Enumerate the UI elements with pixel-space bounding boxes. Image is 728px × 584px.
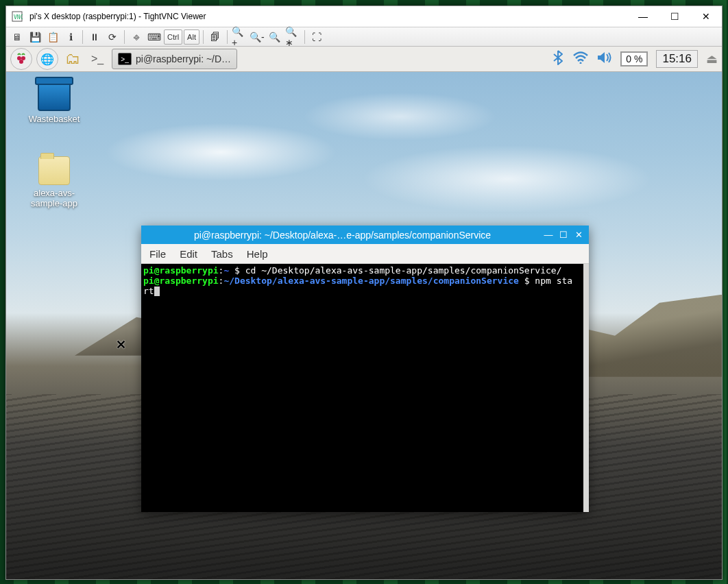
- refresh-icon[interactable]: ⟳: [104, 29, 121, 45]
- zoom-in-icon[interactable]: 🔍+: [231, 29, 247, 45]
- file-manager-button[interactable]: 🗂: [62, 49, 83, 69]
- remote-screen[interactable]: 🌐 🗂 >_ >_ pi@raspberrypi: ~/D…: [6, 47, 722, 579]
- wifi-icon[interactable]: [572, 51, 589, 67]
- zoom-100-icon[interactable]: 🔍: [267, 29, 283, 45]
- terminal-line: pi@raspberrypi:~/Desktop/alexa-avs-sampl…: [143, 276, 581, 286]
- trash-icon: [38, 81, 71, 111]
- globe-icon: 🌐: [40, 53, 54, 66]
- command-text: rt: [143, 286, 154, 296]
- remote-cursor-icon: ✕: [116, 337, 126, 352]
- toolbar-separator: [227, 30, 228, 44]
- toolbar-separator: [304, 30, 305, 44]
- pi-menu-button[interactable]: [10, 48, 32, 70]
- svg-point-3: [21, 56, 25, 60]
- vnc-window: VNC pi's X desktop (raspberrypi:1) - Tig…: [5, 5, 723, 580]
- system-tray: 0 % 15:16 ⏏: [552, 50, 718, 69]
- terminal-titlebar[interactable]: pi@raspberrypi: ~/Desktop/alexa-…e-app/s…: [141, 226, 589, 244]
- minimize-button[interactable]: —: [627, 6, 659, 27]
- command-text: cd ~/Desktop/alexa-avs-sample-app/sample…: [240, 265, 562, 276]
- window-controls: — ☐ ✕: [627, 6, 722, 27]
- options-icon[interactable]: 📋: [45, 29, 61, 45]
- close-button[interactable]: ✕: [690, 6, 722, 27]
- eject-icon[interactable]: ⏏: [706, 51, 718, 66]
- command-text: npm sta: [530, 276, 573, 286]
- desktop-icon-folder-alexa[interactable]: alexa-avs- sample-app: [27, 156, 82, 208]
- svg-point-2: [17, 56, 21, 60]
- terminal-title-text: pi@raspberrypi: ~/Desktop/alexa-…e-app/s…: [145, 230, 539, 241]
- prompt-path: ~/Desktop/alexa-avs-sample-app/samples/c…: [223, 276, 518, 286]
- cpu-usage-indicator[interactable]: 0 %: [620, 51, 648, 66]
- terminal-minimize-button[interactable]: —: [542, 229, 555, 241]
- zoom-auto-icon[interactable]: 🔍∗: [284, 29, 301, 45]
- taskbar-item-terminal[interactable]: >_ pi@raspberrypi: ~/D…: [112, 49, 237, 69]
- desktop-icon-label: alexa-avs- sample-app: [27, 188, 82, 208]
- desktop-icon-label: Wastebasket: [27, 114, 82, 124]
- fullscreen-icon[interactable]: ⛶: [308, 29, 325, 45]
- volume-icon[interactable]: [597, 51, 612, 67]
- clock[interactable]: 15:16: [656, 50, 698, 68]
- terminal-line: rt: [143, 286, 581, 296]
- file-transfer-icon[interactable]: 🗐: [207, 29, 223, 45]
- send-keys-icon[interactable]: ⌨: [146, 29, 162, 45]
- connection-info-icon[interactable]: ℹ: [62, 29, 79, 45]
- prompt-user: pi@raspberrypi: [143, 265, 219, 276]
- terminal-icon: >_: [91, 53, 104, 65]
- save-icon[interactable]: 💾: [27, 29, 43, 45]
- raspberry-icon: [14, 52, 28, 66]
- vnc-titlebar[interactable]: VNC pi's X desktop (raspberrypi:1) - Tig…: [6, 6, 722, 27]
- alt-key-toggle[interactable]: Alt: [184, 29, 199, 45]
- ctrl-key-toggle[interactable]: Ctrl: [164, 29, 182, 45]
- terminal-launcher-button[interactable]: >_: [87, 49, 108, 69]
- terminal-output[interactable]: pi@raspberrypi:~ $ cd ~/Desktop/alexa-av…: [141, 264, 589, 512]
- vnc-toolbar: 🖥 💾 📋 ℹ ⏸ ⟳ ⎆ ⌨ Ctrl Alt 🗐 🔍+ 🔍- 🔍 🔍∗ ⛶: [6, 27, 722, 47]
- menu-tabs[interactable]: Tabs: [206, 246, 239, 262]
- terminal-line: pi@raspberrypi:~ $ cd ~/Desktop/alexa-av…: [143, 265, 581, 276]
- prompt-user: pi@raspberrypi: [143, 276, 219, 286]
- terminal-window[interactable]: pi@raspberrypi: ~/Desktop/alexa-…e-app/s…: [141, 226, 589, 512]
- toolbar-separator: [203, 30, 204, 44]
- menu-edit[interactable]: Edit: [174, 246, 203, 262]
- desktop-icon-wastebasket[interactable]: Wastebasket: [27, 81, 82, 124]
- terminal-close-button[interactable]: ✕: [572, 229, 585, 241]
- folder-icon: [38, 156, 70, 185]
- menu-file[interactable]: File: [144, 246, 171, 262]
- vnc-title-text: pi's X desktop (raspberrypi:1) - TightVN…: [28, 12, 627, 21]
- pause-icon[interactable]: ⏸: [86, 29, 103, 45]
- folders-icon: 🗂: [65, 50, 80, 68]
- svg-text:VNC: VNC: [14, 14, 23, 21]
- terminal-icon: >_: [118, 53, 132, 65]
- svg-point-5: [580, 62, 582, 64]
- toolbar-separator: [82, 30, 83, 44]
- toolbar-separator: [124, 30, 125, 44]
- new-connection-icon[interactable]: 🖥: [9, 29, 25, 45]
- svg-point-4: [19, 60, 23, 64]
- taskbar-item-label: pi@raspberrypi: ~/D…: [136, 53, 231, 64]
- pi-taskbar: 🌐 🗂 >_ >_ pi@raspberrypi: ~/D…: [6, 47, 722, 72]
- maximize-button[interactable]: ☐: [659, 6, 690, 27]
- terminal-maximize-button[interactable]: ☐: [557, 229, 570, 241]
- menu-help[interactable]: Help: [241, 246, 274, 262]
- ctrl-alt-del-icon[interactable]: ⎆: [128, 29, 145, 45]
- terminal-cursor-icon: [154, 287, 160, 296]
- web-browser-button[interactable]: 🌐: [36, 48, 58, 70]
- terminal-menubar: File Edit Tabs Help: [141, 244, 589, 264]
- vnc-app-icon: VNC: [10, 10, 24, 23]
- bluetooth-icon[interactable]: [552, 50, 564, 69]
- zoom-out-icon[interactable]: 🔍-: [249, 29, 265, 45]
